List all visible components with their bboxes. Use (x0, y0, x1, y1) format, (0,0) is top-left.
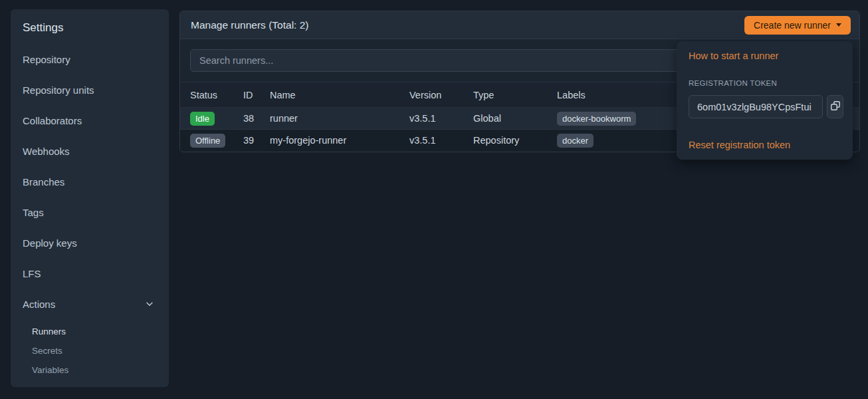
registration-token-dropdown: How to start a runner REGISTRATION TOKEN… (677, 41, 853, 160)
sidebar-item-variables[interactable]: Variables (23, 360, 157, 380)
column-header-id: ID (243, 82, 270, 108)
sidebar-nav-list: Repository Repository units Collaborator… (23, 44, 157, 319)
column-header-type: Type (473, 82, 557, 108)
sidebar-item-branches[interactable]: Branches (23, 166, 157, 197)
actions-sub-list: Runners Secrets Variables (23, 322, 157, 380)
runner-id: 39 (243, 130, 270, 152)
column-header-version: Version (409, 82, 473, 108)
page-title: Manage runners (Total: 2) (191, 19, 308, 31)
runner-type: Repository (473, 130, 557, 152)
runner-label-chip: docker-bookworm (557, 112, 636, 126)
status-badge: Offline (190, 134, 225, 148)
create-new-runner-button[interactable]: Create new runner (744, 16, 851, 35)
copy-token-button[interactable] (827, 95, 843, 118)
sidebar-item-runners[interactable]: Runners (23, 322, 157, 341)
chevron-down-icon (145, 299, 154, 309)
runner-type: Global (473, 108, 557, 130)
sidebar-item-repository[interactable]: Repository (23, 44, 157, 74)
how-to-start-runner-link[interactable]: How to start a runner (689, 51, 778, 61)
panel-header: Manage runners (Total: 2) Create new run… (180, 11, 859, 39)
sidebar-item-collaborators[interactable]: Collaborators (23, 105, 157, 136)
sidebar-item-webhooks[interactable]: Webhooks (23, 136, 157, 166)
runner-name: my-forgejo-runner (270, 130, 409, 152)
sidebar-item-actions[interactable]: Actions (23, 289, 157, 319)
sidebar-item-lfs[interactable]: LFS (23, 258, 157, 289)
sidebar-item-deploy-keys[interactable]: Deploy keys (23, 227, 157, 258)
sidebar-title: Settings (23, 20, 157, 36)
runner-id: 38 (243, 108, 270, 130)
sidebar-item-secrets[interactable]: Secrets (23, 341, 157, 360)
runner-label-chip: docker (557, 134, 594, 148)
runner-name: runner (270, 108, 409, 130)
reset-registration-token-link[interactable]: Reset registration token (689, 140, 790, 150)
settings-sidebar: Settings Repository Repository units Col… (11, 9, 169, 387)
sidebar-item-repository-units[interactable]: Repository units (23, 74, 157, 105)
registration-token-input[interactable] (689, 95, 823, 118)
token-row (689, 95, 843, 118)
runner-version: v3.5.1 (409, 130, 473, 152)
registration-token-label: REGISTRATION TOKEN (689, 79, 843, 87)
copy-icon (830, 100, 841, 113)
caret-down-icon (836, 23, 841, 27)
column-header-status: Status (180, 82, 243, 108)
runner-version: v3.5.1 (409, 108, 473, 130)
sidebar-item-tags[interactable]: Tags (23, 197, 157, 227)
column-header-name: Name (270, 82, 409, 108)
status-badge: Idle (190, 112, 215, 126)
